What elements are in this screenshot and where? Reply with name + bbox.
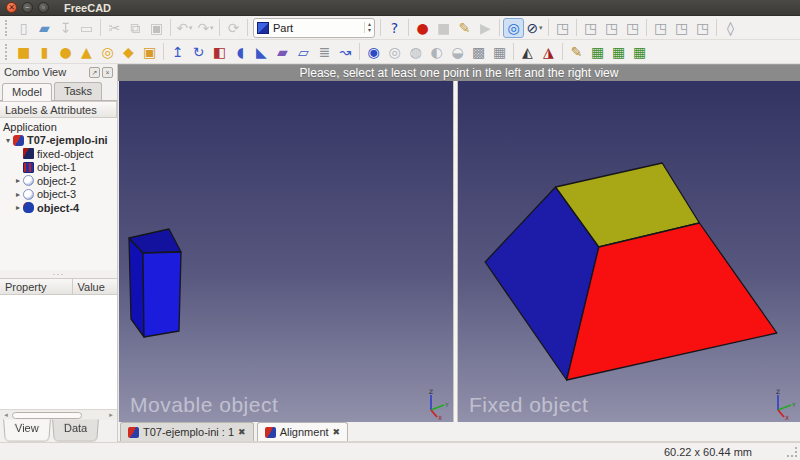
expand-arrow-icon[interactable]: ▸	[13, 176, 23, 185]
save-button[interactable]: ↧	[55, 18, 76, 38]
part-sweep-button[interactable]: ↝	[335, 42, 356, 62]
section-button[interactable]: ◐	[426, 42, 447, 62]
tree-item-object-3[interactable]: ▸object-3	[3, 188, 117, 202]
axis-z-label: Z	[429, 388, 433, 395]
dropdown-caret-icon[interactable]: ▾	[189, 24, 193, 32]
compound-button[interactable]: ▩	[468, 42, 489, 62]
edit-attachment-button[interactable]: ✎	[566, 42, 587, 62]
tab-model[interactable]: Model	[2, 83, 52, 101]
print-button[interactable]: ▭	[76, 18, 97, 38]
macro-stop-button[interactable]: ■	[433, 18, 454, 38]
part-embed-button[interactable]: ▦	[608, 42, 629, 62]
tree-item-object-4[interactable]: ▸object-4	[3, 201, 117, 215]
new-document-button[interactable]: ▯	[13, 18, 34, 38]
view-bottom-button[interactable]: ◳	[671, 18, 692, 38]
tree-item-object-1[interactable]: object-1	[3, 161, 117, 175]
scrollbar-thumb[interactable]	[12, 412, 82, 419]
macro-edit-button[interactable]: ✎	[454, 18, 475, 38]
document-tab-active[interactable]: Alignment✖	[257, 422, 348, 441]
part-revolve-button[interactable]: ↻	[188, 42, 209, 62]
macro-record-button[interactable]: ●	[412, 18, 433, 38]
part-chamfer-button[interactable]: ◣	[251, 42, 272, 62]
part-cutout-button[interactable]: ▦	[629, 42, 650, 62]
expand-arrow-icon[interactable]: ▸	[13, 203, 23, 212]
viewport-movable[interactable]: Movable object Z Y X	[119, 81, 453, 422]
part-ruled-surface-button[interactable]: ▱	[293, 42, 314, 62]
cross-sections-button[interactable]: ◒	[447, 42, 468, 62]
expand-arrow-icon[interactable]: ▾	[3, 136, 13, 145]
boolean-common-button[interactable]: ◎	[384, 42, 405, 62]
undo-button[interactable]: ↶▾	[174, 18, 195, 38]
boolean-union-button[interactable]: ◉	[363, 42, 384, 62]
tree-item-document[interactable]: ▾T07-ejemplo-ini	[3, 134, 117, 148]
redo-button[interactable]: ↷▾	[195, 18, 216, 38]
macro-play-button[interactable]: ▶	[475, 18, 496, 38]
check-geometry-button[interactable]: ◭	[517, 42, 538, 62]
workbench-selector[interactable]: Part▴▾	[253, 18, 375, 38]
toolbar-handle[interactable]	[5, 44, 10, 60]
column-value[interactable]: Value	[73, 279, 110, 294]
part-sphere-button[interactable]: ●	[55, 42, 76, 62]
scroll-left-icon[interactable]: ◂	[2, 411, 10, 419]
defeaturing-button[interactable]: ◮	[538, 42, 559, 62]
part-loft-button[interactable]: ≣	[314, 42, 335, 62]
tab-close-icon[interactable]: ✖	[238, 427, 246, 437]
view-axonometric-button[interactable]: ◳	[552, 18, 573, 38]
document-tab-inactive[interactable]: T07-ejemplo-ini : 1✖	[120, 422, 254, 441]
view-left-button[interactable]: ◳	[692, 18, 713, 38]
part-extrude-button[interactable]: ↥	[167, 42, 188, 62]
combo-spinner-icon[interactable]: ▴▾	[364, 22, 371, 33]
tab-close-icon[interactable]: ✖	[333, 427, 341, 437]
copy-button[interactable]: ⧉	[125, 18, 146, 38]
part-mirror-button[interactable]: ◧	[209, 42, 230, 62]
part-torus-button[interactable]: ◎	[97, 42, 118, 62]
resize-grip[interactable]	[786, 446, 798, 458]
open-folder-button[interactable]: ▰	[34, 18, 55, 38]
dropdown-caret-icon[interactable]: ▾	[210, 24, 214, 32]
compound-filter-button[interactable]: ▦	[489, 42, 510, 62]
part-fillet-button[interactable]: ◖	[230, 42, 251, 62]
boolean-cut-button[interactable]: ◍	[405, 42, 426, 62]
fit-all-button[interactable]: ◎	[503, 18, 524, 38]
column-property[interactable]: Property	[0, 279, 73, 294]
dropdown-caret-icon[interactable]: ▾	[539, 24, 543, 32]
tab-data[interactable]: Data	[52, 420, 99, 442]
part-cylinder-button[interactable]: ▮	[34, 42, 55, 62]
labels-attributes-header[interactable]: Labels & Attributes	[0, 101, 117, 118]
property-horizontal-scrollbar[interactable]: ◂ ▸	[0, 409, 117, 420]
view-front-button[interactable]: ◳	[580, 18, 601, 38]
part-box-button[interactable]: ■	[13, 42, 34, 62]
toolbar-handle[interactable]	[5, 20, 10, 36]
combo-view-float-button[interactable]: ↗	[89, 67, 100, 78]
combo-view-close-button[interactable]: ×	[102, 67, 113, 78]
part-connect-button[interactable]: ▦	[587, 42, 608, 62]
part-primitives-button[interactable]: ◆	[118, 42, 139, 62]
property-table-body[interactable]	[0, 295, 117, 409]
view-right-button[interactable]: ◳	[622, 18, 643, 38]
view-top-button[interactable]: ◳	[601, 18, 622, 38]
whats-this-button[interactable]: ?	[384, 18, 405, 38]
scroll-right-icon[interactable]: ▸	[107, 411, 115, 419]
draw-style-button[interactable]: ⊘▾	[524, 18, 545, 38]
viewport-fixed[interactable]: Fixed object Z Y X	[458, 81, 800, 422]
tab-view[interactable]: View	[3, 420, 50, 442]
view-rear-button[interactable]: ◳	[650, 18, 671, 38]
tree-item-object-2[interactable]: ▸object-2	[3, 174, 117, 188]
panel-splitter-handle[interactable]: ···	[0, 270, 117, 278]
tree-item-fixed-object[interactable]: fixed-object	[3, 147, 117, 161]
part-cylinder-icon: ▮	[41, 45, 49, 59]
window-minimize-button[interactable]: −	[22, 2, 33, 13]
part-shape-builder-button[interactable]: ▣	[139, 42, 160, 62]
measure-button[interactable]: ◊	[720, 18, 741, 38]
tree-root-application[interactable]: Application	[3, 120, 117, 134]
tab-tasks[interactable]: Tasks	[54, 82, 102, 100]
expand-arrow-icon[interactable]: ▸	[13, 190, 23, 199]
window-maximize-button[interactable]: ▫	[38, 2, 49, 13]
part-cone-button[interactable]: ▲	[76, 42, 97, 62]
refresh-button[interactable]: ⟳	[223, 18, 244, 38]
part-make-face-button[interactable]: ▰	[272, 42, 293, 62]
window-close-button[interactable]: ✕	[6, 2, 17, 13]
cut-button[interactable]: ✂	[104, 18, 125, 38]
boolean-union-icon: ◉	[367, 45, 379, 59]
paste-button[interactable]: ▣	[146, 18, 167, 38]
